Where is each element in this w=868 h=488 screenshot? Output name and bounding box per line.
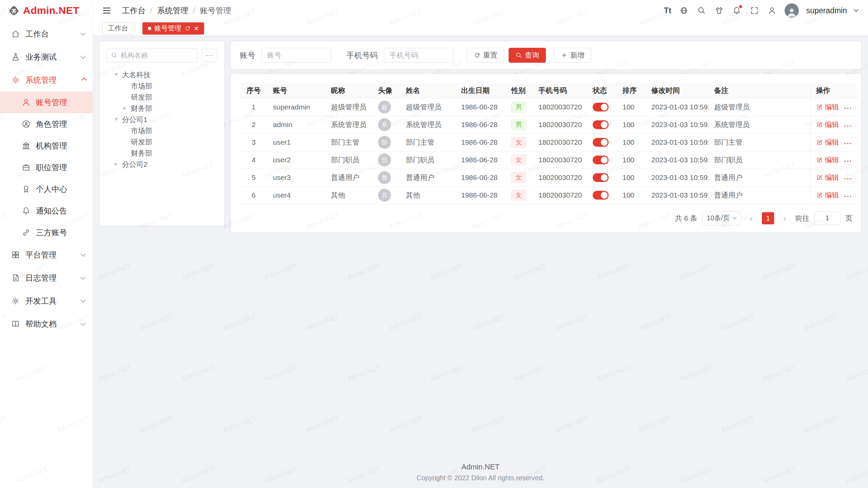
tree-node[interactable]: 研发部 (106, 92, 217, 103)
tree-node[interactable]: 财务部 (106, 147, 217, 159)
logo[interactable]: Admin.NET (0, 0, 93, 21)
phone-input[interactable] (384, 48, 453, 63)
row-more-button[interactable]: ··· (844, 104, 852, 112)
row-more-button[interactable]: ··· (844, 192, 852, 200)
row-more-button[interactable]: ··· (844, 139, 852, 147)
reset-button[interactable]: 重置 (467, 48, 504, 63)
status-toggle[interactable] (593, 156, 609, 164)
sidebar-item-workbench[interactable]: 工作台 (0, 22, 93, 45)
tree-more-button[interactable]: ··· (202, 49, 217, 62)
tree-node[interactable]: 财务部 (106, 103, 217, 114)
edit-button[interactable]: 编辑 (816, 120, 839, 129)
status-toggle[interactable] (593, 103, 609, 111)
edit-button[interactable]: 编辑 (816, 155, 839, 165)
row-more-button[interactable]: ··· (844, 157, 852, 165)
edit-button[interactable]: 编辑 (816, 190, 839, 200)
breadcrumb-item[interactable]: 系统管理 (157, 5, 188, 16)
page-size-select[interactable]: 10条/页 (702, 211, 741, 225)
sidebar-item-help-docs[interactable]: 帮助文档 (0, 312, 93, 336)
notification-icon[interactable] (732, 5, 742, 16)
page-number-button[interactable]: 1 (762, 212, 774, 224)
tree-caret-icon[interactable] (115, 118, 122, 121)
sidebar-item-role-mgmt[interactable]: 角色管理 (0, 113, 93, 135)
account-input[interactable] (261, 48, 331, 63)
table-row: 3user1部门主管部部门主管1986-06-28女18020030720100… (240, 134, 858, 151)
cell-gender: 男 (506, 98, 533, 116)
main-content: ··· 大名科技市场部研发部财务部分公司1市场部研发部财务部分公司2 账号 手机… (93, 36, 868, 488)
reset-label: 重置 (483, 50, 497, 60)
status-toggle[interactable] (593, 138, 609, 147)
tree-node[interactable]: 分公司2 (106, 159, 217, 170)
tree-caret-icon[interactable] (123, 107, 131, 110)
profile-icon[interactable] (767, 5, 777, 16)
edit-button[interactable]: 编辑 (816, 138, 839, 147)
status-toggle[interactable] (593, 120, 609, 129)
edit-button[interactable]: 编辑 (816, 102, 839, 112)
username[interactable]: superadmin (806, 6, 847, 15)
sidebar-item-third-party-account[interactable]: 三方账号 (0, 222, 93, 243)
row-more-button[interactable]: ··· (844, 175, 852, 182)
locale-icon[interactable] (679, 5, 689, 16)
breadcrumb-item[interactable]: 账号管理 (200, 5, 231, 16)
avatar[interactable] (785, 3, 799, 18)
font-size-icon[interactable]: Tt (664, 5, 671, 16)
sidebar-item-log-mgmt[interactable]: 日志管理 (0, 266, 93, 289)
menu-label: 平台管理 (25, 250, 57, 260)
tree-node-label: 财务部 (131, 104, 152, 113)
sidebar-item-org-mgmt[interactable]: 机构管理 (0, 135, 93, 157)
tree-node[interactable]: 市场部 (106, 80, 217, 92)
status-toggle[interactable] (593, 173, 609, 182)
tree-node[interactable]: 市场部 (106, 125, 217, 136)
plus-icon (561, 52, 568, 59)
menu-label: 开发工具 (25, 296, 57, 306)
gender-badge: 女 (511, 155, 526, 166)
column-header-name: 姓名 (400, 83, 456, 98)
add-button[interactable]: 新增 (554, 48, 591, 63)
cell-modified: 2023-01-03 10:59:44 (646, 169, 709, 186)
next-page-button[interactable]: › (779, 212, 790, 224)
breadcrumb-item[interactable]: 工作台 (122, 5, 145, 16)
sidebar-item-platform-mgmt[interactable]: 平台管理 (0, 243, 93, 266)
fullscreen-icon[interactable] (749, 5, 760, 16)
menu-label: 角色管理 (36, 119, 67, 129)
tree-node-label: 分公司2 (122, 160, 147, 169)
cell-account: user4 (268, 186, 326, 204)
sidebar-item-personal-center[interactable]: 个人中心 (0, 178, 93, 200)
sidebar-item-system-mgmt[interactable]: 系统管理 (0, 68, 93, 92)
sidebar-item-account-mgmt[interactable]: 账号管理 (0, 92, 93, 113)
tree-node[interactable]: 大名科技 (106, 69, 217, 80)
cell-order: 100 (617, 186, 646, 204)
query-button[interactable]: 查询 (509, 48, 546, 63)
status-toggle[interactable] (593, 191, 609, 200)
topbar: 工作台/系统管理/账号管理 Tt (93, 0, 868, 21)
tree-node[interactable]: 研发部 (106, 136, 217, 147)
tab-account-mgmt[interactable]: 账号管理× (142, 22, 204, 35)
tab-workbench[interactable]: 工作台 (102, 22, 134, 35)
tree-caret-icon[interactable] (115, 163, 122, 166)
org-search-input[interactable] (121, 52, 193, 59)
cell-avatar: 普 (373, 169, 400, 186)
hamburger-menu-icon[interactable] (102, 5, 113, 16)
cell-name: 超级管理员 (400, 98, 456, 116)
sidebar-item-dev-tools[interactable]: 开发工具 (0, 289, 93, 312)
sidebar-item-position-mgmt[interactable]: 职位管理 (0, 157, 93, 178)
prev-page-button[interactable]: ‹ (746, 212, 757, 224)
tree-caret-icon[interactable] (115, 73, 122, 76)
sidebar-item-business-test[interactable]: 业务测试 (0, 45, 93, 68)
edit-label: 编辑 (825, 155, 839, 165)
tree-node[interactable]: 分公司1 (106, 114, 217, 125)
cell-birthdate: 1986-06-28 (456, 98, 506, 116)
search-icon[interactable] (696, 5, 707, 16)
page-suffix: 页 (845, 214, 852, 223)
cell-account: admin (268, 116, 326, 134)
theme-icon[interactable] (714, 5, 724, 16)
goto-page-input[interactable] (814, 211, 841, 225)
breadcrumb: 工作台/系统管理/账号管理 (122, 5, 231, 16)
menu-label: 三方账号 (36, 227, 67, 238)
row-avatar: 超 (378, 101, 391, 114)
sidebar-item-notice[interactable]: 通知公告 (0, 200, 93, 222)
row-more-button[interactable]: ··· (844, 122, 852, 129)
edit-button[interactable]: 编辑 (816, 173, 839, 182)
chevron-down-icon[interactable] (854, 7, 859, 12)
tab-close-icon[interactable]: × (194, 24, 199, 33)
